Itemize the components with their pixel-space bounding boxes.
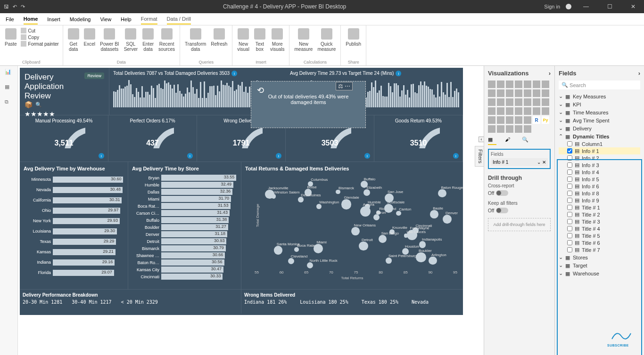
analytics-tab-icon[interactable]: 🔍 <box>522 137 530 145</box>
visual-type-icon[interactable] <box>488 125 495 133</box>
field-table[interactable]: ⌄▦Stores <box>559 253 640 261</box>
info-icon[interactable]: i <box>231 71 237 76</box>
info-icon[interactable]: i <box>364 153 370 159</box>
visual-type-icon[interactable] <box>515 89 522 97</box>
field-checkbox[interactable] <box>567 141 572 146</box>
visual-type-icon[interactable] <box>533 81 540 88</box>
visual-type-icon[interactable] <box>488 89 495 97</box>
publish-button[interactable]: Publish <box>345 27 362 48</box>
menu-help[interactable]: Help <box>121 15 132 24</box>
visual-type-icon[interactable]: Py <box>542 116 549 124</box>
scatter-dot[interactable] <box>396 211 401 216</box>
field-item[interactable]: ▤Title # 1 <box>559 204 640 211</box>
info-icon[interactable]: i <box>99 153 104 159</box>
cross-report-toggle[interactable]: Off <box>488 190 551 196</box>
copy-button[interactable]: Copy <box>21 34 59 40</box>
new-visual-button[interactable]: New visual <box>236 27 250 53</box>
bar-row[interactable]: New York29.93 <box>24 216 124 226</box>
field-item[interactable]: ▤Info # 8 <box>559 190 640 197</box>
bar-row[interactable]: Kansas City30.47 <box>132 266 237 273</box>
field-well-fields[interactable]: Fields Info # 1 ⌄ ✕ <box>488 149 551 169</box>
visual-type-icon[interactable] <box>506 116 513 124</box>
visual-type-icon[interactable] <box>488 116 495 124</box>
field-table[interactable]: ⌄▦KPI <box>559 100 640 108</box>
user-avatar-icon[interactable] <box>566 4 571 9</box>
field-table[interactable]: ⌄▦Avg Time Spent <box>559 116 640 124</box>
scatter-dot[interactable] <box>341 199 352 210</box>
visual-type-icon[interactable] <box>515 125 522 133</box>
bar-row[interactable]: Buffalo31.38 <box>132 217 237 224</box>
visual-type-icon[interactable] <box>524 81 531 88</box>
report-view-icon[interactable]: 📊 <box>5 69 13 77</box>
info-icon[interactable]: i <box>453 153 459 159</box>
visual-type-icon[interactable] <box>524 98 531 106</box>
pbi-datasets-button[interactable]: Power BI datasets <box>99 27 120 53</box>
chevron-down-icon[interactable]: ⌄ <box>537 160 541 165</box>
visual-type-icon[interactable] <box>533 89 540 97</box>
kpi-card[interactable]: Manual Processing 49.54%3,511i <box>20 115 108 161</box>
bar-row[interactable]: Shawnee …30.66 <box>132 252 237 259</box>
field-checkbox[interactable] <box>567 240 572 245</box>
text-box-button[interactable]: Text box <box>253 27 266 53</box>
bar-row[interactable]: Ohio29.97 <box>24 205 124 216</box>
keep-filters-toggle[interactable]: Off <box>488 208 551 213</box>
cut-button[interactable]: Cut <box>21 27 59 34</box>
field-item[interactable]: ▤Title # 6 <box>559 239 640 246</box>
field-checkbox[interactable] <box>567 226 572 231</box>
field-checkbox[interactable] <box>567 247 572 252</box>
scatter-dot[interactable] <box>416 252 426 263</box>
drill-drop-area[interactable]: Add drill-through fields here <box>488 218 551 231</box>
menu-home[interactable]: Home <box>24 14 38 24</box>
bar-chart-store[interactable]: Avg Delivery Time by Store Bryan33.55Hum… <box>128 162 241 289</box>
scatter-dot[interactable] <box>351 227 360 235</box>
performance-breakdown[interactable]: Delivery Performance Breakdown 20-30 Min… <box>20 290 241 314</box>
field-checkbox[interactable] <box>567 198 572 203</box>
visual-type-icon[interactable] <box>542 89 549 97</box>
bar-row[interactable]: Boulder31.27 <box>132 224 237 231</box>
more-icon[interactable]: ⋯ <box>345 83 350 89</box>
fields-search[interactable]: 🔍 Search <box>559 81 640 89</box>
menu-modeling[interactable]: Modeling <box>70 15 91 24</box>
format-tab-icon[interactable]: 🖌 <box>505 137 513 145</box>
visual-type-icon[interactable] <box>488 98 495 106</box>
transform-data-button[interactable]: Transform data <box>184 27 207 53</box>
scatter-dot[interactable] <box>386 258 392 264</box>
scatter-dot[interactable] <box>298 197 303 202</box>
field-item[interactable]: ▤Info # 4 <box>559 169 640 176</box>
model-view-icon[interactable]: ⧉ <box>5 99 13 107</box>
scatter-dot[interactable] <box>385 194 394 202</box>
close-button[interactable]: ✕ <box>624 3 642 10</box>
collapse-vis-pane-icon[interactable]: ‹ <box>479 137 484 142</box>
bar-row[interactable]: Dallas32.36 <box>132 188 237 195</box>
menu-data-drill[interactable]: Data / Drill <box>167 14 191 24</box>
field-checkbox[interactable] <box>567 155 572 161</box>
bar-row[interactable]: Nevada30.48 <box>24 185 124 195</box>
report-canvas[interactable]: Review Delivery Application Review 📦 🔍 ★… <box>18 66 484 355</box>
visual-type-icon[interactable] <box>488 107 495 115</box>
visual-type-icon[interactable] <box>506 125 513 133</box>
visual-type-icon[interactable] <box>524 107 531 115</box>
scatter-dot[interactable] <box>307 262 313 268</box>
remove-field-icon[interactable]: ✕ <box>542 160 546 165</box>
field-checkbox[interactable] <box>567 212 572 217</box>
field-checkbox[interactable] <box>567 177 572 182</box>
chevron-right-icon[interactable]: › <box>638 70 640 77</box>
scatter-dot[interactable] <box>443 215 452 224</box>
visual-type-icon[interactable] <box>524 116 531 124</box>
bar-row[interactable]: Bryan33.55 <box>132 174 237 181</box>
visual-type-icon[interactable] <box>497 125 504 133</box>
scatter-dot[interactable] <box>360 206 371 217</box>
visual-type-icon[interactable] <box>488 81 495 88</box>
bar-row[interactable]: Boca Rat…31.53 <box>132 202 237 210</box>
scatter-dot[interactable] <box>272 194 276 199</box>
info-icon[interactable]: i <box>187 153 193 159</box>
scatter-dot[interactable] <box>359 242 368 251</box>
visual-type-icon[interactable] <box>515 81 522 88</box>
enter-data-button[interactable]: Enter data <box>141 27 155 53</box>
bar-row[interactable]: Kansas29.21 <box>24 247 124 257</box>
format-painter-button[interactable]: Format painter <box>21 40 59 47</box>
field-item[interactable]: ▤Column1 <box>559 140 640 147</box>
filters-pane-tab[interactable]: Filters <box>475 146 484 167</box>
field-item[interactable]: ▤Info # 6 <box>559 183 640 190</box>
visual-type-icon[interactable] <box>506 98 513 106</box>
